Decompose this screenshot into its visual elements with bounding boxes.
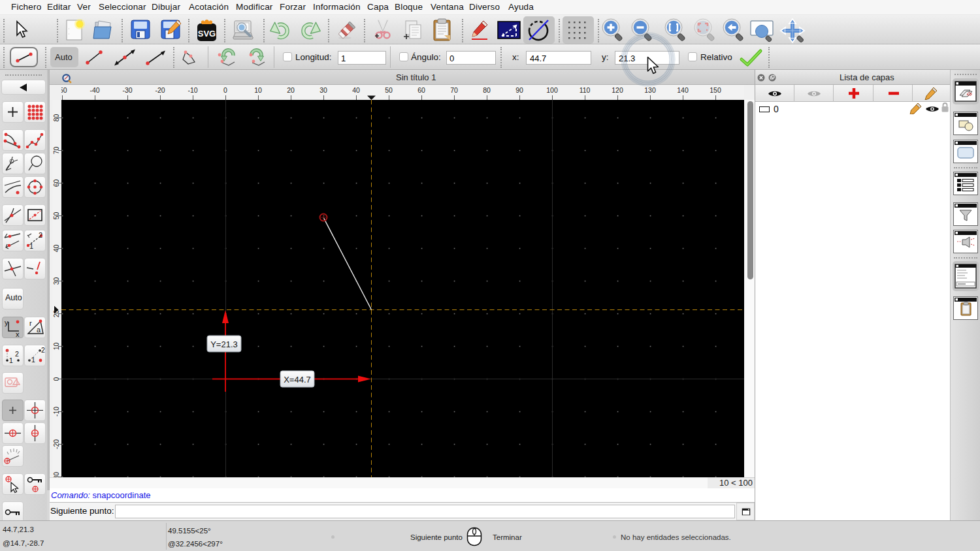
- svg-text:-10: -10: [188, 86, 197, 94]
- svg-text:-50: -50: [61, 86, 67, 94]
- svg-text:20: 20: [287, 86, 295, 94]
- svg-text:40: 40: [352, 86, 360, 94]
- svg-text:x: x: [16, 330, 20, 338]
- svg-text:r: r: [29, 319, 32, 327]
- svg-text:SVG: SVG: [198, 29, 216, 39]
- svg-text:10: 10: [254, 86, 262, 94]
- svg-text:a: a: [37, 326, 41, 334]
- svg-text:140: 140: [677, 86, 689, 94]
- svg-text:X=44.7: X=44.7: [284, 375, 311, 385]
- svg-text:50: 50: [385, 86, 393, 94]
- svg-text:2: 2: [15, 350, 19, 358]
- svg-text:0: 0: [223, 86, 227, 94]
- svg-text:100: 100: [546, 86, 558, 94]
- svg-text:150: 150: [710, 86, 721, 94]
- svg-text:130: 130: [644, 86, 656, 94]
- svg-text:-30: -30: [122, 86, 132, 94]
- svg-text:80: 80: [483, 86, 491, 94]
- svg-text:120: 120: [612, 86, 623, 94]
- svg-text:90: 90: [515, 86, 523, 94]
- svg-text:Y=21.3: Y=21.3: [210, 339, 238, 349]
- svg-text:2: 2: [41, 346, 45, 354]
- svg-text:70: 70: [450, 86, 458, 94]
- svg-text:1: 1: [31, 356, 35, 364]
- svg-text:1: 1: [9, 356, 13, 364]
- svg-text:-30: -30: [52, 472, 60, 477]
- svg-text:1: 1: [29, 242, 33, 250]
- svg-text:2: 2: [39, 231, 42, 239]
- svg-text:110: 110: [580, 86, 591, 94]
- svg-text:y: y: [5, 319, 8, 326]
- svg-text:-20: -20: [155, 86, 165, 94]
- svg-text:-40: -40: [90, 86, 99, 94]
- svg-text:60: 60: [417, 86, 425, 94]
- svg-text:30: 30: [319, 86, 327, 94]
